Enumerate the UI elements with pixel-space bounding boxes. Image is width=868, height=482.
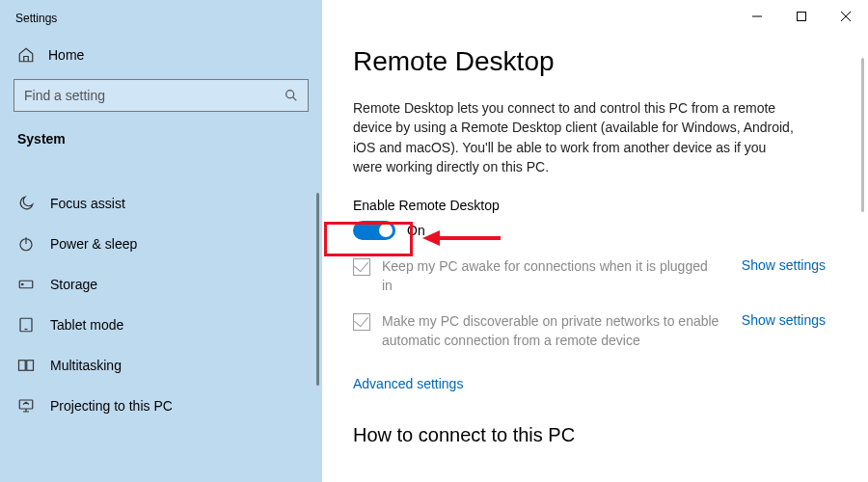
storage-icon xyxy=(17,276,35,293)
option-keep-awake-text: Keep my PC awake for connections when it… xyxy=(382,257,730,295)
advanced-settings-link[interactable]: Advanced settings xyxy=(353,376,463,391)
moon-icon xyxy=(17,195,35,212)
checkbox-discoverable[interactable] xyxy=(353,313,370,331)
power-icon xyxy=(17,235,35,253)
sidebar-item-storage[interactable]: Storage xyxy=(0,264,322,305)
sidebar-item-multitasking[interactable]: Multitasking xyxy=(0,345,322,386)
close-button[interactable] xyxy=(824,2,868,31)
projecting-icon xyxy=(17,397,35,415)
home-icon xyxy=(17,46,35,64)
show-settings-link-1[interactable]: Show settings xyxy=(742,257,826,273)
option-keep-awake: Keep my PC awake for connections when it… xyxy=(353,257,826,295)
option-discoverable-text: Make my PC discoverable on private netwo… xyxy=(382,312,730,350)
tablet-icon xyxy=(17,316,35,334)
maximize-icon xyxy=(796,11,807,22)
enable-remote-desktop-label: Enable Remote Desktop xyxy=(353,198,829,213)
sidebar-item-tablet-mode[interactable]: Tablet mode xyxy=(0,305,322,345)
minimize-button[interactable] xyxy=(735,2,779,31)
svg-rect-8 xyxy=(19,361,26,371)
search-wrap xyxy=(14,79,309,112)
svg-point-5 xyxy=(22,283,24,285)
checkbox-keep-awake[interactable] xyxy=(353,258,370,276)
maximize-button[interactable] xyxy=(779,2,824,31)
svg-rect-9 xyxy=(27,361,34,371)
page-description: Remote Desktop lets you connect to and c… xyxy=(353,98,797,176)
sidebar-item-label: Multitasking xyxy=(50,358,122,373)
minimize-icon xyxy=(751,11,763,22)
svg-rect-10 xyxy=(19,400,33,409)
sidebar-item-label: Storage xyxy=(50,277,97,292)
sidebar-item-label: Focus assist xyxy=(50,196,125,211)
window-titlebar xyxy=(322,0,868,33)
main-panel: Remote Desktop Remote Desktop lets you c… xyxy=(322,0,868,482)
settings-sidebar: Settings Home System Focus assist xyxy=(0,0,322,482)
sidebar-item-power-sleep[interactable]: Power & sleep xyxy=(0,224,322,264)
enable-remote-desktop-toggle-row: On xyxy=(353,221,829,240)
multitasking-icon xyxy=(17,357,35,374)
option-discoverable: Make my PC discoverable on private netwo… xyxy=(353,312,826,350)
sidebar-item-label: Tablet mode xyxy=(50,317,123,333)
main-scrollbar[interactable] xyxy=(861,58,864,212)
app-title: Settings xyxy=(0,0,322,39)
sidebar-item-label: Power & sleep xyxy=(50,236,137,252)
enable-remote-desktop-toggle[interactable] xyxy=(353,221,395,240)
search-input[interactable] xyxy=(14,79,309,112)
sidebar-item-projecting[interactable]: Projecting to this PC xyxy=(0,386,322,426)
close-icon xyxy=(840,11,852,22)
sidebar-scrollbar[interactable] xyxy=(316,193,319,386)
section-label-system: System xyxy=(0,125,322,174)
toggle-state-label: On xyxy=(407,223,425,238)
page-title: Remote Desktop xyxy=(353,46,829,77)
show-settings-link-2[interactable]: Show settings xyxy=(742,312,826,328)
sidebar-nav: Focus assist Power & sleep Storage Table… xyxy=(0,183,322,426)
svg-rect-12 xyxy=(798,13,806,21)
sidebar-item-focus-assist[interactable]: Focus assist xyxy=(0,183,322,224)
toggle-knob xyxy=(379,224,393,237)
how-to-connect-heading: How to connect to this PC xyxy=(353,424,829,446)
home-nav-item[interactable]: Home xyxy=(0,39,322,73)
sidebar-item-label: Projecting to this PC xyxy=(50,398,173,414)
home-label: Home xyxy=(48,47,84,63)
